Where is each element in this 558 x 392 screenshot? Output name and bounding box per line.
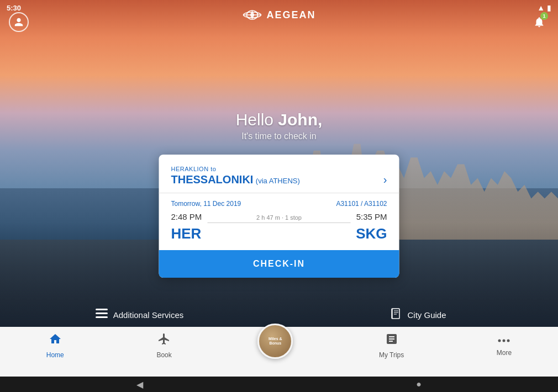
- additional-services-item[interactable]: Additional Services: [0, 299, 279, 331]
- arrive-time: 5:35 PM: [356, 212, 387, 221]
- arrive-airport-code: SKG: [356, 225, 387, 242]
- svg-point-15: [507, 340, 510, 342]
- more-label: More: [497, 349, 512, 357]
- nav-book[interactable]: Book: [145, 332, 182, 359]
- destination-via: (via ATHENS): [256, 177, 300, 185]
- greeting-section: Hello John, It's time to check in: [0, 110, 558, 141]
- arrive-info: 5:35 PM: [356, 212, 387, 221]
- notification-button[interactable]: 1: [529, 12, 549, 32]
- svg-point-14: [503, 340, 506, 342]
- svg-rect-6: [96, 316, 108, 318]
- additional-services-icon: [96, 309, 108, 321]
- my-trips-label: My Trips: [379, 351, 404, 359]
- flight-duration: 2 h 47 m · 1 stop: [202, 214, 356, 223]
- svg-rect-9: [392, 309, 393, 319]
- logo-wings-icon: [242, 9, 262, 21]
- card-times-row: 2:48 PM 2 h 47 m · 1 stop 5:35 PM: [171, 212, 387, 223]
- svg-rect-7: [97, 309, 100, 310]
- miles-bonus-button[interactable]: Miles & Bonus: [257, 324, 293, 359]
- miles-label-line1: Miles &: [269, 337, 282, 341]
- depart-info: 2:48 PM: [171, 212, 202, 221]
- user-name: John,: [278, 110, 322, 129]
- header: AEGEAN 1: [0, 0, 558, 33]
- book-label: Book: [156, 351, 171, 359]
- more-svg-icon: [497, 338, 510, 343]
- city-guide-label: City Guide: [407, 310, 446, 320]
- miles-label-line2: Bonus: [269, 341, 281, 346]
- svg-point-13: [498, 340, 501, 342]
- route-from-label: HERAKLION to: [171, 166, 387, 172]
- bottom-navigation: Home Book Miles & Bonus My Trips: [0, 327, 558, 377]
- card-divider: [159, 193, 399, 193]
- city-guide-item[interactable]: City Guide: [279, 299, 558, 331]
- my-trips-icon: [385, 332, 398, 349]
- notification-badge: 1: [540, 12, 548, 20]
- greeting-title: Hello John,: [0, 110, 558, 129]
- profile-icon: [14, 17, 24, 27]
- route-destination: THESSALONIKI (via ATHENS): [171, 173, 300, 186]
- book-nav-icon: [157, 332, 171, 349]
- trips-svg-icon: [385, 332, 398, 346]
- android-back-button[interactable]: ◀: [136, 379, 143, 390]
- flight-date: Tomorrow, 11 Dec 2019: [171, 200, 241, 208]
- route-header: THESSALONIKI (via ATHENS) ›: [171, 173, 387, 186]
- services-list-icon: [96, 309, 108, 319]
- depart-airport-code: HER: [171, 225, 202, 242]
- depart-time: 2:48 PM: [171, 212, 202, 221]
- card-airports-row: HER SKG: [171, 225, 387, 242]
- duration-line: [207, 223, 350, 223]
- svg-rect-8: [392, 309, 399, 319]
- profile-button[interactable]: [9, 12, 29, 32]
- greeting-subtitle: It's time to check in: [0, 131, 558, 141]
- android-nav-bar: ◀ ●: [0, 377, 558, 392]
- home-svg-icon: [49, 332, 62, 346]
- nav-home[interactable]: Home: [35, 332, 75, 359]
- home-icon: [49, 332, 62, 349]
- card-chevron-icon[interactable]: ›: [383, 173, 387, 186]
- svg-rect-5: [96, 312, 108, 314]
- android-home-button[interactable]: ●: [416, 379, 422, 389]
- aegean-logo: AEGEAN: [242, 9, 315, 21]
- home-label: Home: [46, 351, 64, 359]
- nav-more[interactable]: More: [486, 332, 523, 357]
- checkin-button[interactable]: CHECK-IN: [159, 250, 399, 278]
- additional-services-label: Additional Services: [113, 310, 184, 320]
- destination-city: THESSALONIKI: [171, 173, 254, 186]
- card-date-row: Tomorrow, 11 Dec 2019 A31101 / A31102: [171, 200, 387, 208]
- more-dots-icon: [497, 332, 510, 347]
- flight-numbers: A31101 / A31102: [336, 200, 387, 208]
- logo-text: AEGEAN: [266, 9, 315, 21]
- city-guide-icon: [391, 308, 402, 322]
- book-icon: [391, 308, 402, 319]
- flight-card: HERAKLION to THESSALONIKI (via ATHENS) ›…: [159, 155, 399, 278]
- plane-icon: [157, 332, 171, 346]
- nav-my-trips[interactable]: My Trips: [368, 332, 415, 359]
- duration-text: 2 h 47 m · 1 stop: [256, 214, 302, 221]
